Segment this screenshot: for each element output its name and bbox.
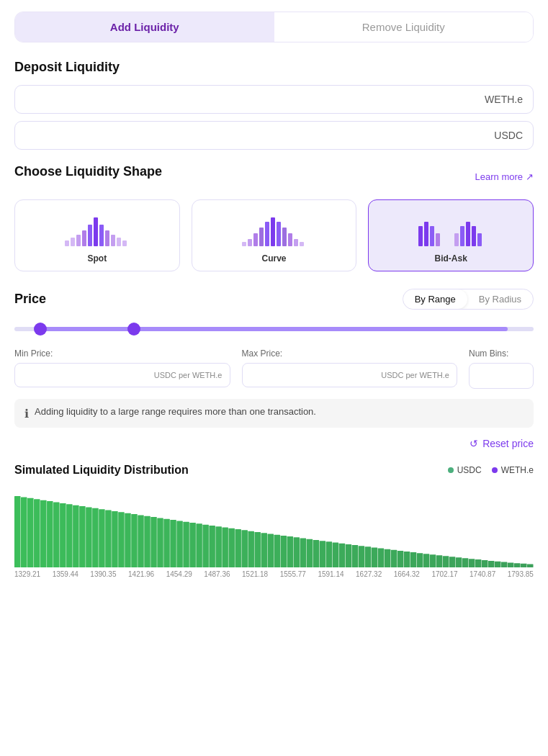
svg-rect-24: [430, 226, 434, 246]
svg-rect-102: [475, 559, 482, 567]
spot-label: Spot: [88, 253, 107, 264]
max-price-label: Max Price:: [242, 348, 458, 359]
svg-rect-87: [378, 549, 385, 567]
distribution-chart: []: [14, 488, 534, 567]
curve-card[interactable]: Curve: [192, 199, 357, 271]
usdc-input[interactable]: 100000: [25, 129, 494, 142]
svg-rect-88: [385, 549, 391, 567]
svg-rect-11: [242, 242, 246, 246]
bid-ask-chart: [415, 212, 487, 248]
svg-rect-13: [253, 233, 258, 246]
spot-card[interactable]: Spot: [14, 199, 180, 271]
price-slider[interactable]: [14, 321, 534, 337]
svg-rect-12: [248, 239, 252, 246]
chart-x-label: 1329.21: [14, 570, 40, 578]
svg-rect-92: [410, 552, 417, 567]
svg-rect-54: [163, 519, 170, 567]
weth-input[interactable]: 0: [25, 93, 485, 106]
svg-rect-104: [488, 561, 495, 567]
reset-label: Reset price: [482, 438, 534, 449]
by-range-btn[interactable]: By Range: [403, 289, 467, 309]
slider-thumb-right[interactable]: [127, 323, 140, 336]
svg-rect-64: [228, 528, 235, 567]
chart-x-label: 1702.17: [431, 570, 457, 578]
svg-rect-4: [88, 225, 92, 246]
svg-rect-74: [294, 537, 300, 567]
svg-rect-55: [170, 520, 176, 567]
svg-rect-43: [92, 508, 99, 567]
curve-chart: [238, 212, 310, 248]
svg-rect-10: [122, 240, 127, 246]
svg-rect-75: [300, 539, 307, 567]
reset-row: ↺ Reset price: [14, 438, 534, 449]
shape-cards: Spot Curve: [14, 199, 534, 271]
svg-rect-14: [259, 228, 264, 246]
svg-rect-8: [111, 235, 115, 246]
svg-rect-36: [47, 501, 53, 567]
svg-rect-59: [196, 523, 202, 567]
chart-x-label: 1627.32: [356, 570, 382, 578]
svg-rect-25: [436, 233, 440, 246]
legend-weth: WETH.e: [492, 465, 534, 475]
slider-thumb-left[interactable]: [34, 323, 47, 336]
max-price-field: Max Price: 1801.93820618 USDC per WETH.e: [242, 348, 458, 389]
svg-rect-77: [313, 540, 320, 567]
svg-rect-103: [482, 560, 488, 567]
svg-rect-22: [418, 226, 423, 246]
legend: USDC WETH.e: [448, 465, 534, 475]
learn-more-link[interactable]: Learn more ↗: [475, 171, 534, 182]
svg-rect-1: [71, 238, 75, 246]
svg-rect-18: [282, 228, 287, 246]
spot-chart: [61, 212, 133, 248]
num-bins-box: 218: [469, 363, 534, 389]
chart-x-label: 1421.96: [128, 570, 154, 578]
num-bins-label: Num Bins:: [469, 348, 534, 359]
price-title: Price: [14, 292, 46, 307]
chart-x-label: 1555.77: [280, 570, 306, 578]
svg-rect-89: [391, 550, 397, 567]
svg-rect-98: [449, 557, 456, 567]
by-radius-btn[interactable]: By Radius: [467, 289, 533, 309]
svg-rect-61: [209, 526, 215, 567]
slider-fill: [40, 327, 508, 331]
svg-rect-97: [443, 556, 449, 567]
svg-rect-106: [501, 562, 508, 567]
num-bins-field: Num Bins: 218: [469, 348, 534, 389]
info-icon: ℹ: [24, 407, 29, 420]
remove-liquidity-tab[interactable]: Remove Liquidity: [274, 12, 534, 42]
svg-rect-78: [320, 541, 326, 567]
svg-rect-80: [333, 543, 339, 567]
svg-rect-65: [235, 529, 241, 567]
weth-dot: [492, 467, 498, 473]
svg-rect-67: [248, 531, 254, 567]
svg-rect-108: [514, 563, 521, 567]
svg-rect-110: [527, 564, 534, 567]
num-bins-input[interactable]: 218: [477, 370, 520, 382]
svg-rect-62: [215, 526, 222, 567]
svg-rect-33: [27, 498, 34, 567]
bid-ask-card[interactable]: Bid-Ask: [368, 199, 534, 271]
svg-rect-53: [157, 518, 163, 567]
svg-rect-19: [288, 233, 292, 246]
svg-rect-28: [466, 222, 470, 246]
svg-rect-0: [65, 240, 69, 246]
min-price-input[interactable]: 1301.61623239: [22, 369, 151, 381]
svg-rect-79: [326, 541, 333, 567]
svg-rect-29: [472, 226, 476, 246]
svg-rect-44: [99, 509, 105, 567]
chart-x-labels: 1329.211359.441390.351421.961454.291487.…: [14, 570, 534, 578]
add-liquidity-tab[interactable]: Add Liquidity: [15, 12, 274, 42]
max-price-input[interactable]: 1801.93820618: [250, 369, 379, 381]
reset-icon: ↺: [470, 438, 478, 449]
reset-price-button[interactable]: ↺ Reset price: [470, 438, 534, 449]
svg-rect-82: [346, 544, 352, 567]
shape-header: Choose Liquidity Shape Learn more ↗: [14, 164, 534, 189]
chart-x-label: 1487.36: [204, 570, 230, 578]
min-price-unit: USDC per WETH.e: [154, 371, 223, 379]
svg-rect-85: [365, 546, 372, 567]
svg-rect-34: [34, 499, 40, 567]
external-link-icon: ↗: [526, 171, 534, 182]
svg-rect-41: [79, 506, 86, 567]
svg-rect-96: [436, 555, 443, 567]
svg-rect-26: [454, 233, 459, 246]
